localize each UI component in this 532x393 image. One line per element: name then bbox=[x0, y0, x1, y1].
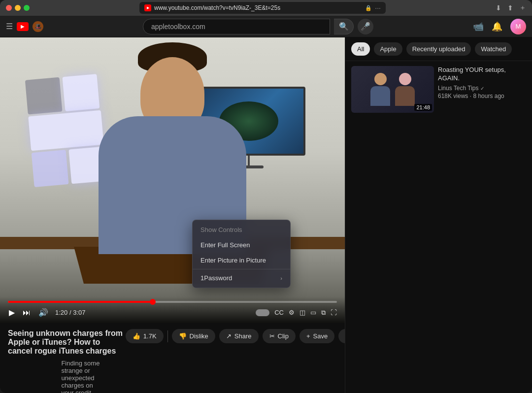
traffic-lights bbox=[6, 5, 30, 11]
close-button[interactable] bbox=[6, 5, 12, 11]
clip-icon: ✂ bbox=[269, 332, 275, 340]
search-text: appletoolbox.com bbox=[151, 23, 205, 31]
context-menu-divider bbox=[193, 269, 290, 269]
pip-label: Enter Picture in Picture bbox=[200, 257, 266, 264]
share-label: Share bbox=[234, 332, 252, 340]
rec-info: Roasting YOUR setups, AGAIN. Linus Tech … bbox=[438, 66, 526, 113]
more-options-icon[interactable]: ··· bbox=[375, 4, 381, 12]
security-icon: 🔒 bbox=[365, 5, 372, 11]
video-player[interactable]: Show Controls Enter Full Screen Enter Pi… bbox=[0, 37, 345, 323]
minimize-button[interactable] bbox=[15, 5, 21, 11]
rec-title: Roasting YOUR setups, AGAIN. bbox=[438, 66, 526, 83]
context-menu-pip[interactable]: Enter Picture in Picture bbox=[193, 253, 290, 268]
yt-search-input[interactable]: appletoolbox.com bbox=[143, 19, 330, 34]
filter-apple[interactable]: Apple bbox=[374, 42, 402, 56]
browser-window: www.youtube.com/watch?v=tvN9iaZ-_3E&t=25… bbox=[0, 0, 532, 393]
site-favicon bbox=[144, 4, 151, 11]
time-display: 1:20 / 3:07 bbox=[55, 309, 85, 316]
next-button[interactable]: ⏭ bbox=[22, 307, 32, 318]
video-controls: ▶ ⏭ 🔊 1:20 / 3:07 CC bbox=[0, 297, 345, 323]
clip-button[interactable]: ✂ Clip bbox=[263, 329, 296, 343]
context-menu-1password[interactable]: 1Password › bbox=[193, 270, 290, 286]
thumbnail-people bbox=[370, 73, 415, 106]
cc-button[interactable]: CC bbox=[274, 309, 284, 316]
video-title: Seeing unknown charges from Apple or iTu… bbox=[8, 329, 126, 356]
maximize-button[interactable] bbox=[24, 5, 30, 11]
save-icon: + bbox=[306, 332, 310, 340]
share-button[interactable]: ↗ Share bbox=[219, 329, 259, 343]
progress-handle[interactable] bbox=[150, 299, 156, 305]
context-menu-fullscreen[interactable]: Enter Full Screen bbox=[193, 237, 290, 253]
title-area: Seeing unknown charges from Apple or iTu… bbox=[8, 329, 126, 393]
like-dislike-separator bbox=[167, 330, 168, 342]
more-actions-button[interactable]: ··· bbox=[338, 329, 345, 343]
progress-bar[interactable] bbox=[8, 301, 337, 303]
title-bar-center: www.youtube.com/watch?v=tvN9iaZ-_3E&t=25… bbox=[33, 2, 492, 14]
toolbar-right: 📹 🔔 M bbox=[473, 19, 526, 34]
url-text: www.youtube.com/watch?v=tvN9iaZ-_3E&t=25… bbox=[154, 4, 362, 11]
voice-search-button[interactable]: 🎤 bbox=[358, 19, 373, 34]
fullscreen-label: Enter Full Screen bbox=[200, 241, 250, 249]
video-section: Show Controls Enter Full Screen Enter Pi… bbox=[0, 37, 345, 393]
action-buttons: 👍 1.7K 👎 Dislike ↗ Share bbox=[126, 329, 345, 343]
dislike-button[interactable]: 👎 Dislike bbox=[172, 329, 215, 343]
thumb-person-1 bbox=[370, 73, 390, 106]
notifications-icon[interactable]: 🔔 bbox=[492, 21, 502, 32]
verified-icon: ✓ bbox=[480, 86, 484, 91]
progress-fill bbox=[8, 301, 153, 303]
description-snippet: Finding some strange or unexpected charg… bbox=[61, 360, 103, 393]
filter-all[interactable]: All bbox=[351, 42, 370, 56]
pip-button[interactable]: ⧉ bbox=[321, 309, 326, 317]
sidebar: All Apple Recently uploaded Watched bbox=[345, 37, 532, 393]
like-button[interactable]: 👍 1.7K bbox=[126, 329, 164, 343]
dislike-label: Dislike bbox=[190, 332, 208, 340]
rec-channel: Linus Tech Tips ✓ bbox=[438, 85, 526, 92]
settings-button[interactable]: ⚙ bbox=[289, 309, 295, 316]
video-meta: 169,991 views · Dec 3, 2019 Finding some… bbox=[8, 360, 126, 393]
title-bar-right: ⬇ ⬆ ＋ bbox=[496, 3, 526, 12]
youtube-toolbar: ☰ 🎩 appletoolbox.com 🔍 🎤 📹 🔔 M bbox=[0, 16, 532, 37]
search-container: appletoolbox.com 🔍 🎤 bbox=[47, 19, 469, 34]
download-icon[interactable]: ⬇ bbox=[496, 4, 501, 12]
address-bar[interactable]: www.youtube.com/watch?v=tvN9iaZ-_3E&t=25… bbox=[139, 2, 386, 14]
thumb-head-2 bbox=[399, 73, 411, 85]
controls-right: CC ⚙ ◫ ▭ ⧉ ⛶ bbox=[256, 309, 337, 317]
yt-logo-area: ☰ 🎩 bbox=[6, 21, 43, 32]
save-button[interactable]: + Save bbox=[299, 329, 334, 343]
new-tab-icon[interactable]: ＋ bbox=[519, 3, 526, 12]
thumb-person-2 bbox=[395, 73, 415, 106]
save-label: Save bbox=[313, 332, 328, 340]
like-count: 1.7K bbox=[143, 332, 157, 340]
miniplayer-button[interactable]: ◫ bbox=[299, 309, 305, 316]
thumb-body-1 bbox=[370, 86, 390, 106]
autoplay-toggle[interactable] bbox=[256, 309, 269, 316]
search-button[interactable]: 🔍 bbox=[334, 19, 354, 34]
context-menu-show-controls[interactable]: Show Controls bbox=[193, 222, 290, 237]
theater-button[interactable]: ▭ bbox=[310, 309, 316, 316]
title-action-row: Seeing unknown charges from Apple or iTu… bbox=[8, 329, 337, 393]
context-menu: Show Controls Enter Full Screen Enter Pi… bbox=[192, 220, 291, 288]
share-window-icon[interactable]: ⬆ bbox=[507, 4, 513, 12]
play-button[interactable]: ▶ bbox=[8, 307, 16, 318]
filter-pills: All Apple Recently uploaded Watched bbox=[345, 37, 532, 61]
1password-label: 1Password bbox=[200, 274, 232, 282]
youtube-logo[interactable] bbox=[17, 22, 29, 31]
microphone-icon: 🎤 bbox=[361, 22, 370, 31]
recommended-video-item[interactable]: 21:48 Roasting YOUR setups, AGAIN. Linus… bbox=[345, 61, 532, 118]
hamburger-menu[interactable]: ☰ bbox=[6, 22, 13, 31]
filter-recently-uploaded[interactable]: Recently uploaded bbox=[406, 42, 471, 56]
submenu-arrow-icon: › bbox=[280, 275, 282, 281]
autoplay-switch bbox=[256, 309, 269, 316]
controls-row: ▶ ⏭ 🔊 1:20 / 3:07 CC bbox=[8, 307, 337, 318]
fullscreen-button[interactable]: ⛶ bbox=[331, 309, 337, 316]
thumb-body-2 bbox=[395, 86, 415, 106]
thumb-head-1 bbox=[374, 73, 387, 85]
user-avatar[interactable]: M bbox=[510, 19, 526, 34]
clip-label: Clip bbox=[278, 332, 289, 340]
create-video-icon[interactable]: 📹 bbox=[473, 21, 484, 32]
show-controls-label: Show Controls bbox=[200, 226, 242, 233]
volume-button[interactable]: 🔊 bbox=[37, 307, 49, 318]
filter-watched[interactable]: Watched bbox=[475, 42, 512, 56]
rec-thumbnail: 21:48 bbox=[351, 66, 434, 113]
yt-user-icon: 🎩 bbox=[33, 21, 43, 32]
